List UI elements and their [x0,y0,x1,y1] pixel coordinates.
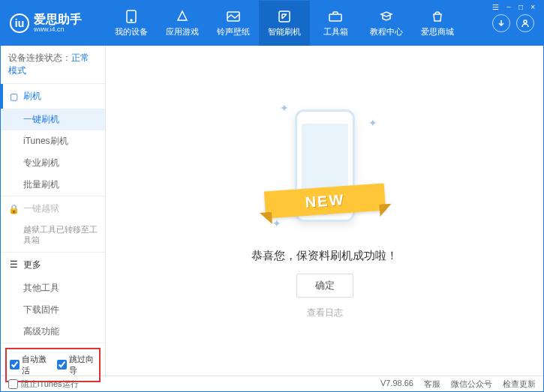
sidebar-section-label: 更多 [23,259,41,271]
sidebar-flash-header[interactable]: ▢ 刷机 [1,84,105,109]
nav-label: 工具箱 [323,26,348,37]
block-itunes-checkbox[interactable]: 阻止iTunes运行 [8,379,79,390]
user-button[interactable] [516,14,534,32]
svg-point-5 [524,20,527,23]
check-update-link[interactable]: 检查更新 [503,379,536,390]
sidebar-item-pro-flash[interactable]: 专业刷机 [1,152,105,174]
flash-icon [278,10,291,23]
sidebar: 设备连接状态：正常模式 ▢ 刷机 一键刷机 iTunes刷机 专业刷机 批量刷机… [1,46,106,376]
ok-button[interactable]: 确定 [296,274,353,298]
logo-icon: iu [10,13,29,33]
menu-icon[interactable]: ☰ [489,3,502,11]
header: iu 爱思助手 www.i4.cn 我的设备 应用游戏 铃声壁纸 智能刷机 工具… [1,1,543,46]
connection-status: 设备连接状态：正常模式 [1,46,105,84]
nav-smart-flash[interactable]: 智能刷机 [259,1,310,46]
lock-icon: 🔒 [8,204,19,214]
auto-activate-checkbox[interactable]: 自动激活 [10,354,50,376]
service-link[interactable]: 客服 [424,379,440,390]
success-message: 恭喜您，保资料刷机成功啦！ [251,249,398,263]
nav-label: 铃声壁纸 [217,26,250,37]
list-icon: ☰ [8,259,19,270]
minimize-button[interactable]: − [503,3,514,11]
nav-label: 教程中心 [370,26,403,37]
sidebar-item-other-tools[interactable]: 其他工具 [1,277,105,299]
version-label: V7.98.66 [380,379,413,390]
store-icon [431,10,444,23]
main-content: ✦ ✦ ✦ NEW 恭喜您，保资料刷机成功啦！ 确定 查看日志 [106,46,543,376]
tutorial-icon [380,10,393,23]
nav-ringtones[interactable]: 铃声壁纸 [208,1,259,46]
close-button[interactable]: × [527,3,538,11]
sidebar-item-download-fw[interactable]: 下载固件 [1,299,105,321]
window-controls: ☰ − □ × [483,0,544,14]
download-button[interactable] [492,14,510,32]
nav-label: 我的设备 [115,26,148,37]
svg-point-1 [131,19,132,21]
nav-label: 应用游戏 [166,26,199,37]
app-url: www.i4.cn [34,25,82,33]
nav-label: 智能刷机 [268,26,301,37]
sidebar-more-header[interactable]: ☰ 更多 [1,253,105,277]
nav-label: 爱思商城 [421,26,454,37]
sidebar-item-itunes-flash[interactable]: iTunes刷机 [1,130,105,152]
phone-icon: ▢ [8,91,19,102]
view-log-link[interactable]: 查看日志 [307,307,343,319]
wallpaper-icon [227,10,240,23]
sidebar-item-advanced[interactable]: 高级功能 [1,321,105,343]
header-right [492,14,543,32]
logo-area: iu 爱思助手 www.i4.cn [1,13,106,33]
nav-tutorials[interactable]: 教程中心 [361,1,412,46]
options-box: 自动激活 跳过向导 [5,348,101,382]
nav-my-device[interactable]: 我的设备 [106,1,157,46]
phone-illustration: ✦ ✦ ✦ NEW [272,102,377,237]
svg-rect-4 [329,14,341,21]
sidebar-item-batch-flash[interactable]: 批量刷机 [1,174,105,196]
sidebar-section-label: 刷机 [23,90,41,103]
sidebar-jailbreak-header: 🔒 一键越狱 [1,196,105,221]
sidebar-item-oneclick-flash[interactable]: 一键刷机 [1,109,105,130]
apps-icon [176,10,189,23]
skip-guide-checkbox[interactable]: 跳过向导 [57,354,97,376]
sidebar-section-label: 一键越狱 [23,202,59,215]
nav-toolbox[interactable]: 工具箱 [310,1,361,46]
maximize-button[interactable]: □ [515,3,526,11]
wechat-link[interactable]: 微信公众号 [451,379,492,390]
nav-apps-games[interactable]: 应用游戏 [157,1,208,46]
new-ribbon: NEW [263,183,385,218]
jailbreak-note: 越狱工具已转移至工具箱 [1,221,105,252]
phone-icon [125,10,138,23]
nav-store[interactable]: 爱思商城 [412,1,463,46]
toolbox-icon [329,10,342,23]
nav: 我的设备 应用游戏 铃声壁纸 智能刷机 工具箱 教程中心 爱思商城 [106,1,492,46]
app-name: 爱思助手 [34,13,82,25]
